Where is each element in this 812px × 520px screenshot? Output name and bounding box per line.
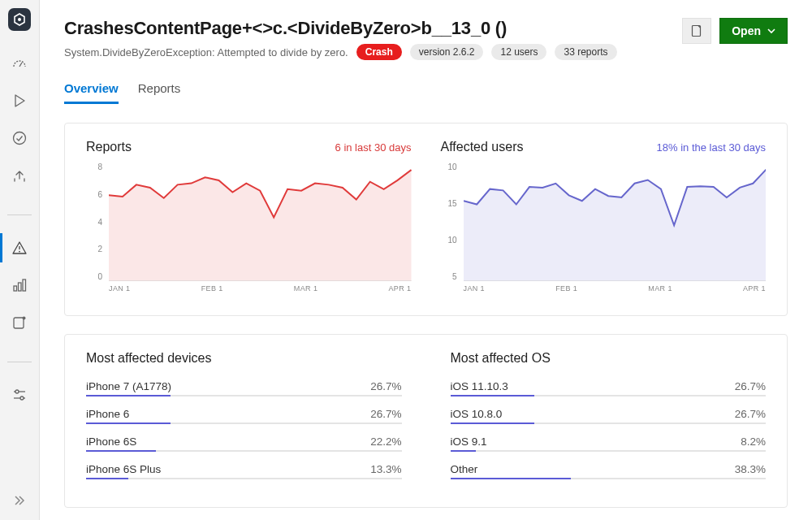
bar-percent: 8.2% bbox=[741, 436, 766, 448]
app-logo[interactable] bbox=[8, 8, 31, 31]
note-icon bbox=[690, 24, 703, 37]
chart-title-users: Affected users bbox=[441, 140, 524, 154]
main: CrashesContentPage+<>c.<DivideByZero>b__… bbox=[40, 0, 812, 520]
bar-item: iOS 9.18.2% bbox=[451, 436, 767, 452]
bar-percent: 38.3% bbox=[735, 463, 766, 475]
bar-label: iPhone 6S Plus bbox=[86, 463, 161, 475]
sidebar-expand[interactable] bbox=[0, 492, 39, 509]
bar-label: iPhone 7 (A1778) bbox=[86, 380, 171, 392]
bar-item: iOS 10.8.026.7% bbox=[451, 408, 767, 424]
sidebar-item-analytics[interactable] bbox=[0, 275, 39, 295]
svg-point-9 bbox=[23, 317, 26, 320]
svg-point-13 bbox=[20, 396, 24, 400]
svg-point-4 bbox=[19, 251, 20, 253]
bar-label: iOS 10.8.0 bbox=[451, 408, 503, 420]
pill-reports: 33 reports bbox=[555, 44, 616, 60]
bar-percent: 26.7% bbox=[735, 380, 766, 392]
page-title: CrashesContentPage+<>c.<DivideByZero>b__… bbox=[64, 18, 617, 39]
stat-users: 18% in the last 30 days bbox=[657, 141, 766, 154]
sidebar-item-overview[interactable] bbox=[0, 54, 39, 73]
breakdown-card: Most affected devices iPhone 7 (A1778)26… bbox=[64, 334, 788, 508]
warning-icon bbox=[11, 240, 28, 256]
chevrons-right-icon bbox=[11, 492, 28, 509]
sidebar-item-settings[interactable] bbox=[0, 385, 39, 405]
devices-title: Most affected devices bbox=[86, 351, 402, 366]
svg-point-11 bbox=[15, 390, 19, 393]
annotate-button[interactable] bbox=[682, 18, 711, 44]
pill-users: 12 users bbox=[491, 44, 546, 60]
svg-rect-8 bbox=[14, 318, 24, 328]
bar-percent: 26.7% bbox=[370, 380, 401, 392]
exception-message: System.DivideByZeroException: Attempted … bbox=[64, 46, 348, 58]
svg-rect-6 bbox=[19, 283, 22, 291]
bar-percent: 26.7% bbox=[735, 408, 766, 420]
bar-label: iPhone 6S bbox=[86, 436, 136, 448]
sidebar bbox=[0, 0, 40, 520]
device-dot-icon bbox=[11, 314, 28, 331]
svg-rect-14 bbox=[693, 26, 701, 37]
bar-label: iPhone 6 bbox=[86, 408, 129, 420]
bar-item: iPhone 6S Plus13.3% bbox=[86, 463, 402, 479]
chevron-down-icon bbox=[767, 27, 775, 35]
tab-overview[interactable]: Overview bbox=[64, 81, 119, 104]
pill-crash: Crash bbox=[356, 44, 402, 60]
bar-item: Other38.3% bbox=[451, 463, 767, 479]
bar-item: iPhone 6S22.2% bbox=[86, 436, 402, 452]
bar-percent: 26.7% bbox=[370, 408, 401, 420]
open-label: Open bbox=[732, 24, 761, 37]
chart-title-reports: Reports bbox=[86, 140, 132, 154]
svg-rect-5 bbox=[14, 286, 17, 291]
os-breakdown: Most affected OS iOS 11.10.326.7%iOS 10.… bbox=[451, 351, 767, 491]
open-button[interactable]: Open bbox=[719, 18, 788, 44]
play-icon bbox=[12, 93, 27, 108]
bar-label: Other bbox=[451, 463, 478, 475]
sidebar-item-diagnostics[interactable] bbox=[0, 238, 39, 258]
sidebar-item-push[interactable] bbox=[0, 313, 39, 332]
sidebar-separator bbox=[7, 214, 32, 215]
bar-label: iOS 11.10.3 bbox=[451, 380, 508, 392]
bar-item: iPhone 7 (A1778)26.7% bbox=[86, 380, 402, 396]
users-chart: Affected users 18% in the last 30 days 1… bbox=[441, 140, 767, 299]
gauge-icon bbox=[11, 55, 28, 72]
sidebar-separator-2 bbox=[7, 362, 32, 362]
bars-icon bbox=[11, 277, 28, 293]
sliders-icon bbox=[11, 387, 28, 403]
os-title: Most affected OS bbox=[451, 351, 767, 366]
reports-chart: Reports 6 in last 30 days 86420JAN 1FEB … bbox=[86, 140, 412, 299]
hex-logo-icon bbox=[13, 13, 26, 26]
tab-reports[interactable]: Reports bbox=[138, 81, 181, 104]
svg-rect-7 bbox=[23, 280, 26, 291]
check-circle-icon bbox=[11, 130, 28, 146]
sidebar-item-test[interactable] bbox=[0, 128, 39, 148]
bar-percent: 22.2% bbox=[370, 436, 401, 448]
svg-point-2 bbox=[14, 132, 26, 145]
distribute-icon bbox=[11, 167, 28, 184]
tabs: Overview Reports bbox=[64, 81, 788, 105]
charts-card: Reports 6 in last 30 days 86420JAN 1FEB … bbox=[64, 123, 788, 316]
bar-item: iPhone 626.7% bbox=[86, 408, 402, 424]
svg-point-0 bbox=[18, 18, 21, 21]
bar-item: iOS 11.10.326.7% bbox=[451, 380, 767, 396]
bar-percent: 13.3% bbox=[370, 463, 401, 475]
svg-line-1 bbox=[19, 63, 22, 67]
stat-reports: 6 in last 30 days bbox=[335, 141, 412, 154]
sidebar-item-build[interactable] bbox=[0, 91, 39, 110]
sidebar-item-distribute[interactable] bbox=[0, 166, 39, 185]
bar-label: iOS 9.1 bbox=[451, 436, 487, 448]
pill-version: version 2.6.2 bbox=[410, 44, 484, 60]
devices-breakdown: Most affected devices iPhone 7 (A1778)26… bbox=[86, 351, 402, 491]
